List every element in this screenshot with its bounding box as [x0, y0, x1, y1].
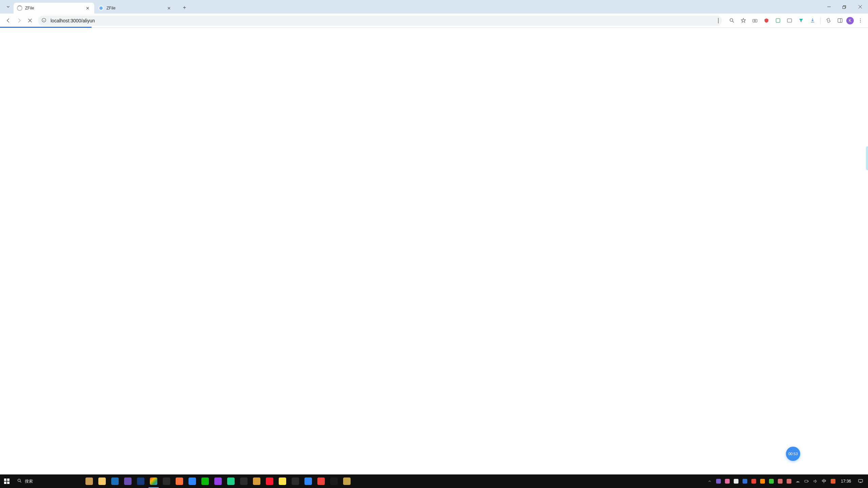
bookmark-star-icon[interactable]	[738, 16, 748, 26]
screenshot-icon[interactable]	[773, 16, 783, 26]
tray-battery[interactable]	[802, 474, 811, 488]
tray-person[interactable]	[776, 474, 785, 488]
toolbar-actions: K	[727, 16, 865, 26]
translate-icon[interactable]	[784, 16, 794, 26]
browser-tab-inactive[interactable]: ZFile ✕	[95, 3, 176, 14]
tray-green[interactable]	[767, 474, 776, 488]
taskbar-app-paypal[interactable]	[134, 474, 147, 488]
tab-title: ZFile	[25, 6, 84, 11]
window-minimize-button[interactable]	[821, 0, 837, 14]
zfile-favicon-icon	[98, 5, 104, 11]
tab-title: ZFile	[106, 6, 166, 11]
taskbar-app-extension-app[interactable]	[160, 474, 173, 488]
text-caret	[718, 18, 718, 23]
taskbar-app-todesk[interactable]	[186, 474, 199, 488]
photos-icon	[124, 477, 132, 485]
nav-stop-button[interactable]	[24, 15, 35, 26]
tray-ime[interactable]: 中	[820, 474, 829, 488]
chrome-menu-button[interactable]	[855, 16, 865, 26]
extension-app-icon	[163, 477, 170, 485]
extensions-puzzle-icon[interactable]	[823, 16, 833, 26]
taskbar-app-photos[interactable]	[121, 474, 134, 488]
profile-avatar-button[interactable]: K	[846, 17, 854, 24]
taskbar-app-microsoft-store[interactable]	[108, 474, 121, 488]
svg-point-11	[860, 22, 861, 22]
adblock-icon[interactable]	[761, 16, 771, 26]
svg-rect-17	[805, 480, 808, 482]
firefox-icon	[176, 477, 183, 485]
action-center-button[interactable]	[854, 474, 867, 488]
recording-timer-badge[interactable]: 00:53	[786, 447, 800, 461]
tray-person2[interactable]	[785, 474, 793, 488]
taskbar-app-qqmusic[interactable]	[212, 474, 224, 488]
tabs-dropdown-button[interactable]	[4, 3, 12, 11]
anydesk-icon	[317, 477, 325, 485]
tab-close-button[interactable]: ✕	[166, 5, 172, 12]
svg-rect-4	[753, 19, 757, 22]
window-controls	[821, 0, 868, 14]
zoom-icon[interactable]	[727, 16, 737, 26]
taskbar-app-file-explorer[interactable]	[96, 474, 108, 488]
tray-purple[interactable]	[714, 474, 723, 488]
nav-back-button[interactable]	[3, 15, 14, 26]
window-close-button[interactable]	[852, 0, 868, 14]
toolbar-divider	[820, 17, 821, 24]
tray-chevron[interactable]	[705, 474, 714, 488]
svg-point-3	[730, 19, 733, 22]
filter-icon[interactable]	[796, 16, 806, 26]
tray-network[interactable]	[793, 474, 802, 488]
taskbar-app-user-avatar-app[interactable]	[83, 474, 96, 488]
taskbar-app-vscode[interactable]	[302, 474, 315, 488]
svg-rect-15	[7, 482, 9, 484]
svg-rect-19	[859, 480, 863, 482]
browser-toolbar: localhost:3000/aliyun K	[0, 14, 868, 28]
taskbar-search[interactable]: 搜索	[14, 474, 81, 488]
right-edge-handle[interactable]	[866, 146, 868, 170]
music-icon	[330, 477, 338, 485]
taskbar-app-anydesk[interactable]	[315, 474, 328, 488]
taskbar-app-wps[interactable]	[276, 474, 289, 488]
loading-spinner-icon	[17, 5, 22, 11]
start-button[interactable]	[0, 474, 14, 488]
taskbar-clock[interactable]: 17:36	[837, 479, 854, 484]
svg-rect-18	[808, 481, 808, 482]
taskbar-app-discord[interactable]	[250, 474, 263, 488]
browser-tab-active[interactable]: ZFile ✕	[14, 3, 94, 14]
taskbar-app-obs[interactable]	[289, 474, 302, 488]
taskbar-app-terminal[interactable]	[237, 474, 250, 488]
taskbar-app-wechat[interactable]	[199, 474, 212, 488]
taskbar-app-opera[interactable]	[263, 474, 276, 488]
taskbar-app-music[interactable]	[328, 474, 340, 488]
site-info-icon[interactable]	[41, 18, 46, 24]
address-bar[interactable]: localhost:3000/aliyun	[38, 16, 722, 26]
taskbar-app-jetbrains[interactable]	[224, 474, 237, 488]
tray-orange[interactable]	[758, 474, 767, 488]
svg-point-9	[860, 18, 861, 19]
jetbrains-icon	[227, 477, 235, 485]
notes-icon	[343, 477, 351, 485]
tray-white[interactable]	[732, 474, 741, 488]
tray-pink[interactable]	[723, 474, 732, 488]
downloads-icon[interactable]	[807, 16, 817, 26]
paypal-icon	[137, 477, 144, 485]
taskbar-search-placeholder: 搜索	[25, 479, 33, 484]
camera-icon[interactable]	[750, 16, 760, 26]
taskbar-app-firefox[interactable]	[173, 474, 186, 488]
svg-point-10	[860, 20, 861, 21]
nav-forward-button[interactable]	[14, 15, 24, 26]
taskbar-app-chrome[interactable]	[147, 474, 160, 488]
new-tab-button[interactable]: ＋	[180, 3, 189, 12]
svg-rect-13	[7, 479, 9, 481]
svg-rect-14	[4, 482, 6, 484]
tray-blue[interactable]	[741, 474, 749, 488]
wps-icon	[279, 477, 286, 485]
svg-rect-12	[4, 479, 6, 481]
svg-rect-8	[838, 19, 842, 22]
window-restore-button[interactable]	[837, 0, 852, 14]
sidepanel-icon[interactable]	[835, 16, 845, 26]
tray-volume[interactable]	[811, 474, 820, 488]
taskbar-app-notes[interactable]	[340, 474, 353, 488]
tab-close-button[interactable]: ✕	[84, 5, 91, 12]
tray-shield[interactable]	[829, 474, 837, 488]
tray-red[interactable]	[749, 474, 758, 488]
